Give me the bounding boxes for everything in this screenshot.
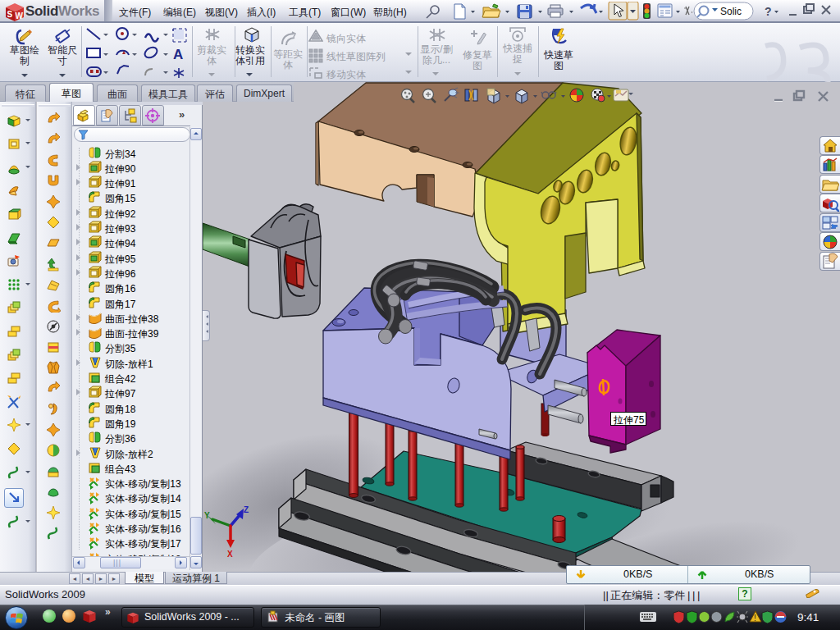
- svg-text:Y: Y: [204, 511, 210, 520]
- svg-text:Solic: Solic: [720, 6, 742, 17]
- svg-text:Z: Z: [244, 505, 249, 514]
- svg-text:S: S: [7, 10, 13, 19]
- svg-text:X: X: [227, 550, 233, 559]
- svg-text:W: W: [16, 11, 24, 21]
- svg-text:?: ?: [765, 5, 772, 18]
- svg-text:!: !: [754, 614, 756, 623]
